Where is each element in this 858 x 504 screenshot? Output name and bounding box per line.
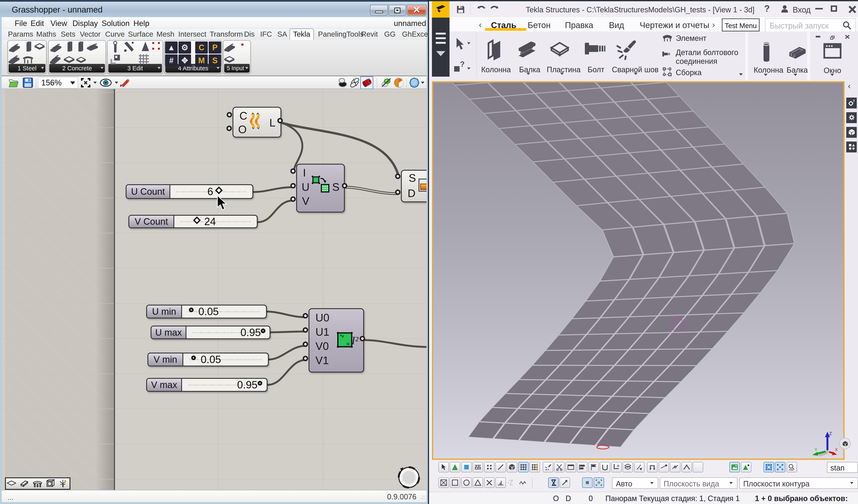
svg-text:Y: Y <box>814 447 817 452</box>
svg-text:*v: *v <box>340 334 344 338</box>
svg-text:u: u <box>347 341 349 346</box>
svg-text:X: X <box>835 447 838 452</box>
svg-text:?: ? <box>853 99 855 103</box>
svg-text:Z: Z <box>829 431 832 436</box>
